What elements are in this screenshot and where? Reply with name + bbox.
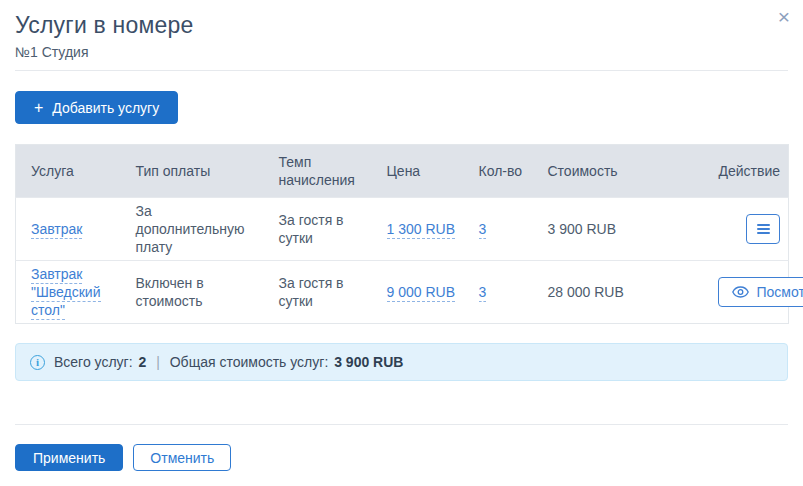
header-qty: Кол-во	[464, 145, 533, 198]
summary-bar: i Всего услуг: 2 | Общая стоимость услуг…	[15, 343, 788, 381]
modal-header: Услуги в номере №1 Студия	[15, 0, 788, 71]
services-table: Услуга Тип оплаты Темп начисления Цена К…	[15, 144, 789, 324]
qty-link[interactable]: 3	[479, 221, 487, 239]
header-price: Цена	[372, 145, 464, 198]
rate-cell: За гостя в сутки	[264, 198, 372, 261]
table-row: Завтрак За дополнительную плату За гостя…	[16, 198, 789, 261]
price-link[interactable]: 9 000 RUB	[387, 284, 455, 302]
room-subtitle: №1 Студия	[15, 44, 788, 60]
header-rate: Темп начисления	[264, 145, 372, 198]
header-cost: Стоимость	[533, 145, 703, 198]
menu-icon	[757, 222, 770, 236]
eye-icon	[732, 286, 749, 298]
cancel-button[interactable]: Отменить	[133, 444, 231, 471]
rate-cell: За гостя в сутки	[264, 261, 372, 324]
service-link[interactable]: Завтрак	[31, 221, 82, 239]
summary-cost-total: 3 900 RUB	[334, 354, 403, 370]
price-link[interactable]: 1 300 RUB	[387, 221, 455, 239]
view-service-button[interactable]: Посмотреть	[718, 277, 803, 307]
cost-cell: 28 000 RUB	[533, 261, 703, 324]
close-icon[interactable]: ×	[778, 6, 790, 27]
table-row: Завтрак "Шведский стол" Включен в стоимо…	[16, 261, 789, 324]
header-action: Действие	[703, 145, 789, 198]
view-service-label: Посмотреть	[757, 284, 803, 300]
service-link[interactable]: Завтрак "Шведский стол"	[31, 266, 101, 320]
payment-type-cell: За дополнительную плату	[121, 198, 264, 261]
header-payment-type: Тип оплаты	[121, 145, 264, 198]
header-service: Услуга	[16, 145, 121, 198]
room-services-modal: × Услуги в номере №1 Студия + Добавить у…	[0, 0, 803, 486]
summary-separator: |	[156, 354, 160, 370]
toolbar: + Добавить услугу	[15, 91, 788, 124]
row-actions-menu-button[interactable]	[746, 214, 780, 244]
summary-services-label: Всего услуг:	[54, 354, 133, 370]
plus-icon: +	[34, 100, 43, 116]
info-icon: i	[30, 355, 45, 370]
summary-services-count: 2	[139, 354, 147, 370]
payment-type-cell: Включен в стоимость	[121, 261, 264, 324]
cost-cell: 3 900 RUB	[533, 198, 703, 261]
qty-link[interactable]: 3	[479, 284, 487, 302]
add-service-label: Добавить услугу	[52, 100, 159, 116]
modal-footer: Применить Отменить	[15, 424, 788, 471]
summary-text: Всего услуг: 2 | Общая стоимость услуг: …	[54, 354, 403, 370]
add-service-button[interactable]: + Добавить услугу	[15, 91, 178, 124]
summary-cost-label: Общая стоимость услуг:	[170, 354, 329, 370]
table-header-row: Услуга Тип оплаты Темп начисления Цена К…	[16, 145, 789, 198]
apply-button[interactable]: Применить	[15, 444, 123, 471]
page-title: Услуги в номере	[15, 11, 788, 39]
